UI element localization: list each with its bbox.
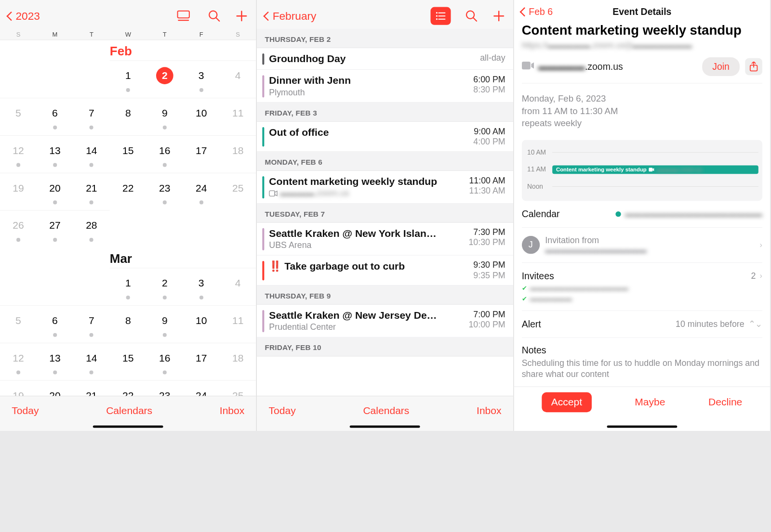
event-detail-body[interactable]: Content marketing weekly standup https:/… bbox=[514, 20, 770, 387]
day-cell[interactable]: 10 bbox=[183, 98, 220, 135]
day-cell[interactable]: 6 bbox=[37, 98, 73, 135]
agenda-item[interactable]: ‼️ Take garbage out to curb9:30 PM9:35 P… bbox=[257, 256, 513, 285]
day-cell[interactable]: 4 bbox=[220, 61, 256, 98]
day-cell[interactable]: 16 bbox=[146, 135, 183, 173]
day-cell[interactable]: 3 bbox=[183, 268, 220, 305]
day-cell[interactable]: 12 bbox=[0, 135, 37, 173]
event-dot bbox=[16, 163, 20, 167]
timeline-event[interactable]: Content marketing weekly standup ▬▬▬▬.zo… bbox=[552, 165, 758, 174]
day-cell[interactable]: 14 bbox=[73, 343, 110, 380]
day-cell[interactable]: 20 bbox=[37, 173, 73, 210]
day-cell[interactable]: 27 bbox=[37, 210, 73, 248]
decline-button[interactable]: Decline bbox=[708, 396, 742, 408]
day-cell[interactable]: 7 bbox=[73, 305, 110, 343]
today-button[interactable]: Today bbox=[269, 405, 296, 417]
day-cell[interactable]: 24 bbox=[183, 173, 220, 210]
calendar-row[interactable]: Calendar ▬▬▬▬▬▬▬▬▬▬▬▬▬▬▬▬ bbox=[522, 201, 762, 228]
day-cell[interactable]: 14 bbox=[73, 135, 110, 173]
day-cell[interactable]: 22 bbox=[110, 173, 146, 210]
day-cell[interactable]: 4 bbox=[220, 268, 256, 305]
day-cell[interactable]: 25 bbox=[220, 173, 256, 210]
day-cell[interactable]: 19 bbox=[0, 380, 37, 396]
agenda-list[interactable]: THURSDAY, FEB 2Groundhog Dayall-dayDinne… bbox=[257, 29, 513, 396]
agenda-item-times: 9:30 PM9:35 PM bbox=[473, 260, 505, 280]
day-cell[interactable]: 20 bbox=[37, 380, 73, 396]
day-cell[interactable]: 11 bbox=[220, 98, 256, 135]
home-indicator[interactable] bbox=[607, 426, 677, 428]
share-button[interactable] bbox=[745, 58, 762, 76]
day-cell[interactable]: 13 bbox=[37, 343, 73, 380]
day-cell[interactable]: 23 bbox=[146, 380, 183, 396]
calendars-button[interactable]: Calendars bbox=[363, 405, 409, 417]
svg-point-9 bbox=[436, 12, 437, 13]
inbox-button[interactable]: Inbox bbox=[477, 405, 502, 417]
inbox-button[interactable]: Inbox bbox=[220, 405, 245, 417]
day-cell[interactable]: 3 bbox=[183, 61, 220, 98]
back-button[interactable]: February bbox=[265, 10, 316, 22]
agenda-item[interactable]: Content marketing weekly standup▬▬▬▬.zoo… bbox=[257, 171, 513, 204]
day-cell[interactable]: 15 bbox=[110, 343, 146, 380]
agenda-item[interactable]: Dinner with JennPlymouth6:00 PM8:30 PM bbox=[257, 70, 513, 103]
day-cell[interactable]: 1 bbox=[110, 268, 146, 305]
day-cell[interactable]: 11 bbox=[220, 305, 256, 343]
day-cell[interactable]: 25 bbox=[220, 380, 256, 396]
day-cell[interactable]: 18 bbox=[220, 343, 256, 380]
day-cell[interactable]: 23 bbox=[146, 173, 183, 210]
add-event-button[interactable] bbox=[492, 9, 505, 23]
day-cell[interactable]: 28 bbox=[73, 210, 110, 248]
day-cell[interactable]: 2 bbox=[146, 268, 183, 305]
agenda-section-header: THURSDAY, FEB 2 bbox=[257, 29, 513, 48]
svg-line-3 bbox=[216, 18, 219, 21]
alert-row[interactable]: Alert 10 minutes before ⌃⌄ bbox=[522, 311, 762, 337]
event-date: Monday, Feb 6, 2023 bbox=[522, 92, 762, 104]
day-cell[interactable]: 8 bbox=[110, 305, 146, 343]
day-cell[interactable]: 13 bbox=[37, 135, 73, 173]
day-cell[interactable]: 9 bbox=[146, 98, 183, 135]
day-cell[interactable]: 21 bbox=[73, 380, 110, 396]
day-cell[interactable]: 5 bbox=[0, 98, 37, 135]
join-button[interactable]: Join bbox=[702, 57, 740, 76]
add-event-button[interactable] bbox=[235, 9, 249, 23]
search-button[interactable] bbox=[465, 9, 478, 23]
day-cell[interactable]: 17 bbox=[183, 135, 220, 173]
event-dot bbox=[163, 200, 167, 204]
day-cell[interactable]: 15 bbox=[110, 135, 146, 173]
day-cell[interactable]: 12 bbox=[0, 343, 37, 380]
invitation-row[interactable]: J Invitation from ▬▬▬▬▬▬▬▬▬▬▬▬▬ › bbox=[522, 228, 762, 263]
day-cell[interactable]: 17 bbox=[183, 343, 220, 380]
calendars-button[interactable]: Calendars bbox=[106, 405, 152, 417]
day-cell[interactable]: 8 bbox=[110, 98, 146, 135]
day-cell[interactable]: 7 bbox=[73, 98, 110, 135]
maybe-button[interactable]: Maybe bbox=[635, 396, 665, 408]
day-cell[interactable]: 21 bbox=[73, 173, 110, 210]
day-cell[interactable]: 9 bbox=[146, 305, 183, 343]
day-cell[interactable]: 10 bbox=[183, 305, 220, 343]
search-button[interactable] bbox=[208, 9, 221, 23]
home-indicator[interactable] bbox=[350, 426, 420, 428]
agenda-item[interactable]: Out of office9:00 AM4:00 PM bbox=[257, 122, 513, 152]
day-cell[interactable]: 24 bbox=[183, 380, 220, 396]
day-cell[interactable]: 6 bbox=[37, 305, 73, 343]
stepper-icon: ⌃⌄ bbox=[748, 319, 762, 329]
day-cell[interactable]: 2 bbox=[146, 61, 183, 98]
day-cell[interactable]: 26 bbox=[0, 210, 37, 248]
day-cell[interactable]: 22 bbox=[110, 380, 146, 396]
day-cell[interactable]: 5 bbox=[0, 305, 37, 343]
day-cell[interactable]: 16 bbox=[146, 343, 183, 380]
day-cell[interactable]: 19 bbox=[0, 173, 37, 210]
day-cell[interactable]: 18 bbox=[220, 135, 256, 173]
invitees-row[interactable]: Invitees 2 › ✔▬▬▬▬▬▬▬▬▬▬▬▬▬▬ ✔▬▬▬▬▬▬ bbox=[522, 263, 762, 311]
agenda-item[interactable]: Groundhog Dayall-day bbox=[257, 48, 513, 70]
home-indicator[interactable] bbox=[93, 426, 163, 428]
event-url[interactable]: https://▬▬▬▬▬.zoom.us/j/▬▬▬▬▬▬▬ bbox=[522, 40, 762, 51]
accept-button[interactable]: Accept bbox=[542, 392, 591, 412]
check-circle-icon: ✔ bbox=[522, 284, 527, 291]
list-toggle-button-active[interactable] bbox=[430, 7, 451, 25]
today-button[interactable]: Today bbox=[12, 405, 39, 417]
day-cell[interactable]: 1 bbox=[110, 61, 146, 98]
agenda-item[interactable]: Seattle Kraken @ New Jersey De…Prudentia… bbox=[257, 305, 513, 337]
agenda-item[interactable]: Seattle Kraken @ New York Islan…UBS Aren… bbox=[257, 223, 513, 256]
month-scroll[interactable]: Feb1234567891011121314151617181920212223… bbox=[0, 40, 256, 396]
list-toggle-button[interactable] bbox=[173, 7, 194, 25]
back-button[interactable]: 2023 bbox=[8, 10, 40, 22]
